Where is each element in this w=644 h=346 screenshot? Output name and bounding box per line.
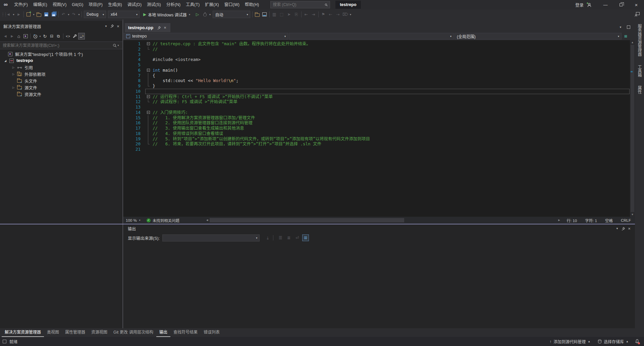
menu-item[interactable]: 编辑(E) xyxy=(31,0,50,9)
code-line[interactable]: 11−// 运行程序: Ctrl + F5 或调试 >“开始执行(不调试)”菜单 xyxy=(123,94,635,99)
debug-target-mode-select[interactable]: 自动▾ xyxy=(213,11,250,18)
solution-configuration-select[interactable]: Debug▾ xyxy=(84,11,106,18)
se-collapse-all-button[interactable]: ⊟ xyxy=(48,33,55,40)
send-feedback-button[interactable] xyxy=(633,11,641,18)
code-line[interactable]: 6−int main() xyxy=(123,68,635,73)
increase-indent-button[interactable]: ⇥ xyxy=(310,11,317,18)
scroll-up-icon[interactable]: ▲ xyxy=(630,41,635,44)
tab-close-icon[interactable]: × xyxy=(162,25,168,31)
solution-explorer-toolbar-button[interactable] xyxy=(254,11,261,18)
close-panel-icon[interactable]: × xyxy=(115,23,121,29)
sign-in-button[interactable]: 登录 xyxy=(575,2,584,8)
code-metrics-icon[interactable]: ▥ xyxy=(271,11,278,18)
code-line[interactable]: 20// 6. 将来，若要再次打开此项目，请转到“文件”>“打开”>“项目”并选… xyxy=(123,141,635,147)
tree-item[interactable]: 资源文件 xyxy=(0,91,122,97)
code-line[interactable]: 3 xyxy=(123,52,635,57)
code-line[interactable]: 13 xyxy=(123,105,635,110)
pin-icon[interactable] xyxy=(109,23,115,29)
open-file-button[interactable] xyxy=(35,11,43,18)
menu-item[interactable]: 分析(N) xyxy=(164,0,183,9)
code-line[interactable]: 5 xyxy=(123,62,635,68)
se-forward-button[interactable]: ► xyxy=(9,33,15,40)
search-input[interactable] xyxy=(273,2,325,7)
navigate-forward-button[interactable]: ► xyxy=(15,11,22,18)
next-bookmark-button[interactable]: ⇢ xyxy=(334,11,342,18)
output-close-icon[interactable]: × xyxy=(626,226,632,232)
autohide-tool-tab[interactable]: 属性 xyxy=(637,84,642,95)
quick-search-box[interactable] xyxy=(270,1,330,8)
tool-tab[interactable]: 类视图 xyxy=(44,328,62,337)
menu-item[interactable]: 生成(B) xyxy=(105,0,125,9)
notifications-button[interactable] xyxy=(633,338,641,345)
hscrollbar-thumb[interactable] xyxy=(210,218,404,222)
menu-item[interactable]: 帮助(H) xyxy=(242,0,262,9)
menu-item[interactable]: 测试(S) xyxy=(144,0,164,9)
undo-button[interactable]: ↶ xyxy=(60,11,67,18)
tree-expander-icon[interactable]: ▷ xyxy=(11,86,16,89)
start-debugging-button[interactable]: ▶ 本地 Windows 调试器 ▾ xyxy=(142,10,193,18)
select-repository-button[interactable]: 选择存储库 ▲ xyxy=(595,337,631,346)
se-home-button[interactable]: ⌂ xyxy=(15,33,22,40)
fold-collapse-icon[interactable]: − xyxy=(145,41,151,47)
tree-expander-icon[interactable]: ▷ xyxy=(11,73,16,76)
se-pending-changes-filter-button[interactable] xyxy=(32,33,39,40)
type-scope-select[interactable]: ▾ xyxy=(289,33,454,40)
code-line[interactable]: 1−// testrepo.cpp : 此文件包含 "main" 函数。程序执行… xyxy=(123,41,635,47)
vertical-scrollbar[interactable]: ▲ ▼ xyxy=(630,40,635,217)
tree-item[interactable]: 头文件 xyxy=(0,77,122,84)
close-button[interactable]: × xyxy=(629,0,644,9)
tool-tab[interactable]: 属性管理器 xyxy=(62,328,88,337)
zoom-level-select[interactable]: 100 %▾ xyxy=(123,218,143,222)
indentation-indicator[interactable]: 空格 xyxy=(601,218,617,223)
panel-options-chevron[interactable]: ▼ xyxy=(103,23,109,29)
code-line[interactable]: 15// 1. 使用解决方案资源管理器窗口添加/管理文件 xyxy=(123,115,635,121)
scrollbar-thumb[interactable] xyxy=(631,45,634,212)
menu-item[interactable]: 调试(D) xyxy=(125,0,144,9)
clear-bookmarks-button[interactable]: ⌦ xyxy=(342,11,349,18)
minimize-button[interactable]: — xyxy=(598,0,613,9)
tree-item[interactable]: ▷外部依赖项 xyxy=(0,71,122,77)
tool-tab[interactable]: 查找符号结果 xyxy=(170,328,201,337)
cursor-column-indicator[interactable]: 字符: 1 xyxy=(581,218,601,223)
menu-item[interactable]: 扩展(X) xyxy=(202,0,222,9)
menu-item[interactable]: 文件(F) xyxy=(11,0,31,9)
paste-icon[interactable]: ⎘ xyxy=(293,11,300,18)
menu-item[interactable]: 窗口(W) xyxy=(222,0,242,9)
se-sync-button[interactable]: ↻ xyxy=(42,33,48,40)
split-editor-icon[interactable]: ⊞ xyxy=(624,34,627,39)
member-scope-select[interactable]: (全局范围)▾ xyxy=(454,33,622,40)
code-line[interactable]: 10 xyxy=(123,89,635,94)
toolbar-overflow[interactable]: ▾ xyxy=(349,13,352,16)
code-line[interactable]: 12// 调试程序: F5 或调试 >“开始调试”菜单 xyxy=(123,99,635,105)
output-content[interactable] xyxy=(123,243,635,328)
tool-tab[interactable]: 输出 xyxy=(156,328,170,337)
code-line[interactable]: 2// xyxy=(123,47,635,52)
scroll-right-icon[interactable]: ► xyxy=(558,217,561,224)
fold-collapse-icon[interactable]: − xyxy=(145,110,151,115)
save-button[interactable] xyxy=(43,11,50,18)
navigate-back-button[interactable]: ◄ xyxy=(5,11,12,18)
se-back-button[interactable]: ◄ xyxy=(2,33,9,40)
document-health-indicator[interactable]: ✓ 未找到相关问题 xyxy=(143,218,183,223)
new-project-button[interactable] xyxy=(25,11,32,18)
autohide-tool-tab[interactable]: 服务器资源管理器 xyxy=(637,23,642,58)
output-options-chevron[interactable]: ▼ xyxy=(614,226,620,232)
se-filter-dropdown[interactable]: ▾ xyxy=(39,35,42,38)
menu-item[interactable]: 项目(P) xyxy=(86,0,105,9)
navigate-back-dropdown[interactable]: ▾ xyxy=(12,13,15,16)
se-show-all-files-button[interactable] xyxy=(78,33,85,40)
new-project-dropdown[interactable]: ▾ xyxy=(32,13,35,16)
se-preview-code-button[interactable]: <> xyxy=(65,33,71,40)
save-all-button[interactable] xyxy=(50,11,57,18)
previous-message-icon[interactable]: ☰ xyxy=(277,234,284,241)
background-tasks-icon[interactable] xyxy=(3,340,6,343)
word-wrap-icon[interactable]: ⏎ xyxy=(294,234,301,241)
scroll-left-icon[interactable]: ◄ xyxy=(206,217,209,224)
redo-button[interactable]: ↷ xyxy=(70,11,77,18)
horizontal-scrollbar[interactable]: ◄ ► xyxy=(205,217,561,224)
tree-item[interactable]: 解决方案“testrepo”(1 个项目/共 1 个) xyxy=(0,51,122,57)
code-line[interactable]: 19// 5. 转到“项目”>“添加新项”以创建新的代码文件，或转到“项目”>“… xyxy=(123,136,635,142)
code-line[interactable]: 9} xyxy=(123,83,635,89)
add-to-source-control-button[interactable]: ↑ 添加到源代码管理 ▲ xyxy=(547,337,593,346)
hot-reload-button[interactable] xyxy=(201,11,209,18)
